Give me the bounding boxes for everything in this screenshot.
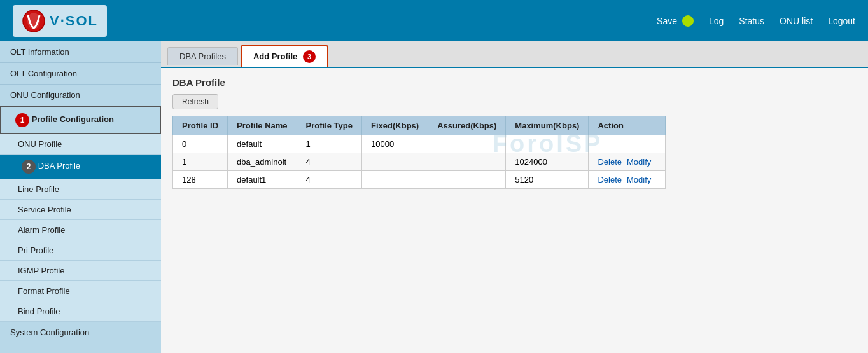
sidebar-subitem-format-profile[interactable]: Format Profile	[0, 281, 161, 301]
status-link[interactable]: Status	[739, 16, 764, 26]
sidebar-subitem-pri-profile[interactable]: Pri Profile	[0, 240, 161, 261]
sidebar-subitem-dba-profile[interactable]: 2 DBA Profile	[0, 155, 161, 179]
logo-area: V·SOL	[13, 5, 107, 37]
table-row: 1dba_adminolt41024000DeleteModify	[173, 153, 666, 171]
sidebar-subitem-service-profile[interactable]: Service Profile	[0, 200, 161, 220]
cell-5	[506, 135, 589, 153]
col-header-fixed: Fixed(Kbps)	[362, 116, 428, 135]
cell-3	[362, 153, 428, 171]
content-area: DBA Profile Refresh ForoISP Profile ID P…	[161, 68, 868, 198]
cell-1: dba_adminolt	[228, 153, 297, 171]
header-right: Save Log Status ONU list Logout	[657, 15, 855, 27]
cell-0: 0	[173, 135, 228, 153]
dba-profile-table: Profile ID Profile Name Profile Type Fix…	[172, 116, 666, 189]
log-link[interactable]: Log	[709, 16, 724, 26]
header: V·SOL Save Log Status ONU list Logout	[0, 0, 868, 41]
action-modify-link[interactable]: Modify	[627, 157, 651, 167]
cell-2: 1	[297, 135, 361, 153]
sidebar-subitem-alarm-profile[interactable]: Alarm Profile	[0, 220, 161, 240]
logout-link[interactable]: Logout	[828, 16, 855, 26]
cell-4	[428, 153, 506, 171]
cell-0: 128	[173, 171, 228, 189]
col-header-maximum: Maximum(Kbps)	[506, 116, 589, 135]
tab-bar: DBA Profiles Add Profile 3	[161, 41, 868, 68]
sidebar: OLT Information OLT Configuration ONU Co…	[0, 41, 161, 353]
cell-1: default	[228, 135, 297, 153]
cell-2: 4	[297, 153, 361, 171]
refresh-button[interactable]: Refresh	[172, 94, 218, 109]
sidebar-subitem-igmp-profile[interactable]: IGMP Profile	[0, 261, 161, 281]
save-area: Save	[657, 15, 694, 27]
table-row: 0default110000	[173, 135, 666, 153]
cell-5: 5120	[506, 171, 589, 189]
sidebar-subitem-bind-profile[interactable]: Bind Profile	[0, 301, 161, 322]
sidebar-item-onu-configuration[interactable]: ONU Configuration	[0, 85, 161, 106]
sidebar-item-system-configuration[interactable]: System Configuration	[0, 322, 161, 343]
logo-text: V·SOL	[50, 13, 98, 29]
sidebar-item-olt-information[interactable]: OLT Information	[0, 41, 161, 63]
cell-5: 1024000	[506, 153, 589, 171]
sidebar-badge-1: 1	[15, 113, 29, 127]
col-header-profile-name: Profile Name	[228, 116, 297, 135]
col-header-profile-id: Profile ID	[173, 116, 228, 135]
action-cell	[589, 135, 666, 153]
col-header-assured: Assured(Kbps)	[428, 116, 506, 135]
sidebar-badge-2: 2	[22, 160, 36, 174]
action-delete-link[interactable]: Delete	[598, 175, 622, 184]
onu-list-link[interactable]: ONU list	[780, 16, 813, 26]
cell-2: 4	[297, 171, 361, 189]
action-cell: DeleteModify	[589, 171, 666, 189]
cell-4	[428, 171, 506, 189]
layout: OLT Information OLT Configuration ONU Co…	[0, 41, 868, 353]
cell-1: default1	[228, 171, 297, 189]
page-title: DBA Profile	[172, 77, 857, 88]
cell-3	[362, 171, 428, 189]
cell-4	[428, 135, 506, 153]
tab-add-profile-badge: 3	[303, 50, 316, 63]
sidebar-subitem-onu-profile[interactable]: ONU Profile	[0, 134, 161, 155]
table-header-row: Profile ID Profile Name Profile Type Fix…	[173, 116, 666, 135]
sidebar-item-olt-configuration[interactable]: OLT Configuration	[0, 63, 161, 85]
action-cell: DeleteModify	[589, 153, 666, 171]
tab-dba-profiles[interactable]: DBA Profiles	[167, 47, 238, 65]
col-header-profile-type: Profile Type	[297, 116, 361, 135]
sidebar-item-profile-configuration[interactable]: 1 Profile Configuration	[0, 106, 161, 134]
action-delete-link[interactable]: Delete	[598, 157, 622, 167]
status-dot	[682, 15, 694, 27]
cell-0: 1	[173, 153, 228, 171]
tab-add-profile[interactable]: Add Profile 3	[241, 45, 328, 67]
sidebar-subitem-line-profile[interactable]: Line Profile	[0, 179, 161, 200]
table-row: 128default145120DeleteModify	[173, 171, 666, 189]
vsol-logo-icon	[22, 9, 46, 33]
action-modify-link[interactable]: Modify	[627, 175, 651, 184]
save-label: Save	[657, 16, 677, 26]
main-content: DBA Profiles Add Profile 3 DBA Profile R…	[161, 41, 868, 353]
col-header-action: Action	[589, 116, 666, 135]
cell-3: 10000	[362, 135, 428, 153]
